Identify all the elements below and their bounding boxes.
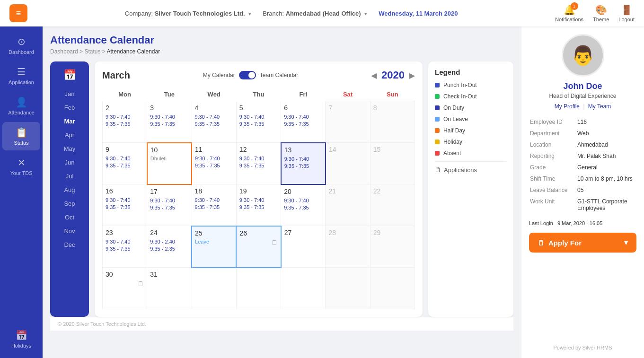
day-cell-5[interactable]: 59:30 - 7:409:35 - 7:35 [236, 101, 281, 143]
day-cell-30[interactable]: 30🗒 [103, 268, 147, 309]
notifications-icon: 🔔 1 [564, 4, 575, 16]
table-row: Work Unit G1-STTL Corporate Employees [529, 196, 636, 214]
table-row: 29:30 - 7:409:35 - 7:35 39:30 - 7:409:35… [103, 101, 415, 143]
current-date: Wednesday, 11 March 2020 [379, 10, 458, 17]
my-profile-link[interactable]: My Profile [555, 103, 580, 110]
sidebar-item-application[interactable]: ☰ Application [2, 61, 40, 90]
page-title: Attendance Calendar [50, 34, 513, 46]
month-aug[interactable]: Aug [50, 183, 89, 197]
sidebar-item-your-tds[interactable]: ✕ Your TDS [2, 152, 40, 181]
left-sidebar: ⊙ Dashboard ☰ Application 👤 Attendance 📋… [0, 26, 43, 358]
day-cell-20[interactable]: 209:30 - 7:409:35 - 7:35 [281, 184, 326, 226]
day-cell-9[interactable]: 99:30 - 7:409:35 - 7:35 [103, 143, 147, 184]
month-oct[interactable]: Oct [50, 210, 89, 224]
calendar-toggle[interactable] [239, 71, 256, 79]
month-feb[interactable]: Feb [50, 101, 89, 114]
main-content: Attendance Calendar Dashboard > Status >… [43, 26, 521, 358]
day-cell-29: 29 [370, 226, 415, 268]
day-cell-18[interactable]: 189:30 - 7:409:35 - 7:35 [192, 184, 236, 226]
table-row: 30🗒 31 [103, 268, 415, 309]
month-may[interactable]: May [50, 142, 89, 156]
day-cell-16[interactable]: 169:30 - 7:409:35 - 7:35 [103, 184, 147, 226]
day-cell-6[interactable]: 69:30 - 7:409:35 - 7:35 [281, 101, 326, 143]
col-header-sat: Sat [326, 88, 370, 101]
col-header-mon: Mon [103, 88, 147, 101]
logout-button[interactable]: 🚪 Logout [618, 4, 635, 22]
month-sep[interactable]: Sep [50, 197, 89, 210]
day-cell-21: 21 [326, 184, 370, 226]
col-header-sun: Sun [370, 88, 415, 101]
on-leave-dot [435, 117, 440, 122]
prev-year-button[interactable]: ◀ [371, 71, 377, 80]
day-cell-empty-sun [370, 268, 415, 309]
shift-time-label: Shift Time [529, 173, 576, 184]
sidebar-item-label-dashboard: Dashboard [9, 49, 34, 55]
sidebar-item-dashboard[interactable]: ⊙ Dashboard [2, 31, 40, 60]
apply-for-button[interactable]: 🗒 Apply For ▾ [529, 233, 636, 253]
day-cell-empty-2 [236, 268, 281, 309]
applications-row[interactable]: 🗒 Applications [435, 166, 507, 174]
sidebar-item-label-application: Application [9, 79, 34, 85]
breadcrumb-dashboard[interactable]: Dashboard [50, 48, 78, 55]
notifications-button[interactable]: 🔔 1 Notifications [555, 4, 583, 22]
sidebar-item-attendance[interactable]: 👤 Attendance [2, 92, 40, 120]
header-logo-area: ≡ [9, 4, 27, 22]
theme-button[interactable]: 🎨 Theme [593, 4, 609, 22]
day-cell-11[interactable]: 119:30 - 7:409:35 - 7:35 [192, 143, 236, 184]
month-dec[interactable]: Dec [50, 238, 89, 252]
grade-value: General [576, 162, 636, 173]
month-jan[interactable]: Jan [50, 87, 89, 101]
powered-by: Powered by Silver HRMS [529, 340, 636, 350]
calendar-header: March My Calendar Team Calendar ◀ 2020 ▶ [102, 69, 415, 81]
day-cell-25-leave[interactable]: 25Leave [192, 226, 236, 268]
day-cell-19[interactable]: 199:30 - 7:409:35 - 7:35 [236, 184, 281, 226]
day-cell-24[interactable]: 249:30 - 2:409:35 - 2:35 [147, 226, 192, 268]
applications-icon: 🗒 [435, 166, 441, 174]
month-apr[interactable]: Apr [50, 128, 89, 142]
apply-for-dropdown-icon: ▾ [624, 238, 628, 247]
legend-item-absent: Absent [435, 150, 507, 157]
profile-name: John Doe [529, 81, 636, 91]
application-icon: ☰ [17, 66, 26, 78]
day-cell-26-leave[interactable]: 26🗒 [236, 226, 281, 268]
day-cell-12[interactable]: 129:30 - 7:409:35 - 7:35 [236, 143, 281, 184]
month-jun[interactable]: Jun [50, 156, 89, 169]
day-cell-15: 15 [370, 143, 415, 184]
branch-dropdown-icon[interactable]: ▾ [364, 11, 367, 17]
day-cell-31[interactable]: 31 [147, 268, 192, 309]
calendar-main: March My Calendar Team Calendar ◀ 2020 ▶ [95, 61, 423, 317]
sidebar-item-holidays[interactable]: 📅 Holidays [2, 325, 40, 353]
table-row: 99:30 - 7:409:35 - 7:35 10Dhuleti 119:30… [103, 143, 415, 184]
applications-label: Applications [444, 166, 477, 174]
month-nov[interactable]: Nov [50, 224, 89, 238]
day-cell-4[interactable]: 49:30 - 7:409:35 - 7:35 [192, 101, 236, 143]
location-label: Location [529, 139, 576, 150]
breadcrumb-status[interactable]: Status [84, 48, 100, 55]
day-cell-10-today[interactable]: 10Dhuleti [147, 143, 192, 184]
legend-item-on-duty: On Duty [435, 105, 507, 111]
company-dropdown-icon[interactable]: ▾ [248, 11, 251, 17]
day-cell-17[interactable]: 179:30 - 7:409:35 - 7:35 [147, 184, 192, 226]
day-cell-3[interactable]: 39:30 - 7:409:35 - 7:35 [147, 101, 192, 143]
your-tds-icon: ✕ [18, 157, 26, 168]
footer-text: © 2020 Silver Touch Technologies Ltd. [58, 321, 146, 327]
day-cell-13-selected[interactable]: 139:30 - 7:409:35 - 7:35 [281, 143, 326, 184]
calendar-container: 📅 Jan Feb Mar Apr May Jun Jul Aug Sep Oc… [50, 61, 513, 317]
theme-icon: 🎨 [595, 4, 607, 16]
work-unit-label: Work Unit [529, 196, 576, 214]
last-login-label: Last Login [529, 220, 556, 226]
calendar-year: 2020 [381, 69, 405, 81]
sidebar-item-status[interactable]: 📋 Status [2, 122, 40, 150]
month-jul[interactable]: Jul [50, 169, 89, 183]
my-team-link[interactable]: My Team [588, 103, 611, 110]
punch-in-out-dot [435, 83, 440, 87]
legend-item-on-leave: On Leave [435, 116, 507, 122]
legend-item-half-day: Half Day [435, 127, 507, 134]
next-year-button[interactable]: ▶ [409, 71, 415, 80]
day-cell-27[interactable]: 27 [281, 226, 326, 268]
day-cell-23[interactable]: 239:30 - 7:409:35 - 7:35 [103, 226, 147, 268]
top-header: ≡ Company: Silver Touch Technologies Ltd… [0, 0, 644, 26]
reporting-label: Reporting [529, 150, 576, 162]
day-cell-2[interactable]: 29:30 - 7:409:35 - 7:35 [103, 101, 147, 143]
month-mar[interactable]: Mar [50, 114, 89, 128]
